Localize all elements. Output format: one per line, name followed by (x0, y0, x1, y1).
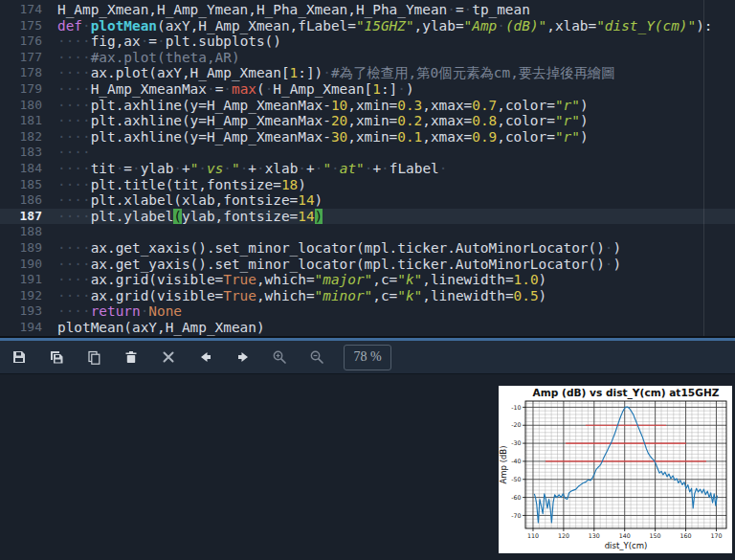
svg-text:Amp (dB) vs dist_Y(cm) at15GHZ: Amp (dB) vs dist_Y(cm) at15GHZ (533, 387, 720, 399)
next-plot-icon (235, 349, 251, 365)
code-line-175[interactable]: 175def·plotMean(axY,H_Amp_Xmean,fLabel="… (0, 18, 735, 34)
code-editor[interactable]: 174H_Amp_Xmean,H_Amp_Ymean,H_Pha_Xmean,H… (0, 0, 735, 336)
zoom-level-display[interactable]: 78 % (344, 345, 391, 370)
svg-text:110: 110 (527, 532, 539, 539)
zoom-in-icon (272, 349, 288, 366)
code-line-192[interactable]: 192····ax.grid(visible=True,which="minor… (0, 288, 735, 304)
code-line-185[interactable]: 185····plt.title(tit,fontsize=18) (0, 177, 735, 193)
plot-figure[interactable]: 110120130140150160170-10-20-30-40-50-60-… (499, 386, 732, 553)
svg-text:120: 120 (558, 532, 569, 539)
svg-text:-30: -30 (511, 439, 521, 446)
next-plot-button[interactable] (224, 344, 261, 370)
svg-text:-10: -10 (511, 404, 521, 411)
zoom-in-button[interactable] (261, 344, 299, 370)
copy-plot-icon (86, 349, 101, 365)
code-line-189[interactable]: 189····ax.get_xaxis().set_minor_locator(… (0, 240, 735, 257)
code-line-177[interactable]: 177····#ax.plot(theta,AR) (0, 50, 735, 66)
line-number: 184 (0, 161, 57, 177)
plots-toolbar: 78 % (0, 341, 735, 374)
svg-text:-50: -50 (511, 476, 521, 482)
code-line-187[interactable]: 187····plt.ylabel(ylab,fontsize=14) (0, 209, 735, 225)
line-number: 187 (0, 209, 57, 225)
code-line-180[interactable]: 180····plt.axhline(y=H_Amp_XmeanMax-10,x… (0, 98, 735, 114)
line-number: 176 (0, 34, 57, 50)
line-number: 174 (0, 2, 57, 18)
code-line-193[interactable]: 193····return·None (0, 303, 735, 320)
svg-text:-20: -20 (511, 421, 521, 428)
code-line-191[interactable]: 191····ax.grid(visible=True,which="major… (0, 272, 735, 288)
remove-all-plots-button[interactable] (149, 344, 187, 370)
code-line-183[interactable]: 183···· (0, 145, 735, 161)
toolbar-buttons (0, 344, 336, 370)
remove-all-plots-icon (161, 349, 176, 365)
edge-guide-line (703, 0, 704, 336)
svg-text:dist_Y(cm): dist_Y(cm) (605, 541, 648, 550)
line-number: 182 (0, 129, 57, 146)
code-line-181[interactable]: 181····plt.axhline(y=H_Amp_XmeanMax-20,x… (0, 113, 735, 129)
line-number: 178 (0, 65, 57, 81)
save-all-plots-button[interactable] (37, 344, 75, 370)
code-line-188[interactable]: 188 (0, 224, 735, 240)
line-number: 188 (0, 224, 57, 240)
code-line-179[interactable]: 179····H_Amp_XmeanMax·=·max(·H_Amp_Xmean… (0, 81, 735, 98)
save-plot-icon (11, 349, 27, 365)
code-line-194[interactable]: 194plotMean(axY,H_Amp_Xmean) (0, 320, 735, 336)
previous-plot-icon (198, 349, 213, 365)
svg-text:130: 130 (589, 532, 600, 539)
line-number: 177 (0, 50, 57, 66)
copy-plot-button[interactable] (75, 344, 112, 370)
spyder-window: 174H_Amp_Xmean,H_Amp_Ymean,H_Pha_Xmean,H… (0, 0, 735, 560)
code-line-186[interactable]: 186····plt.xlabel(xlab,fontsize=14) (0, 192, 735, 209)
line-number: 194 (0, 320, 57, 336)
svg-text:-70: -70 (511, 512, 521, 519)
line-number: 179 (0, 81, 57, 98)
line-number: 192 (0, 288, 57, 304)
svg-text:160: 160 (680, 532, 692, 539)
zoom-out-icon (309, 349, 325, 366)
svg-text:150: 150 (650, 532, 661, 539)
svg-text:170: 170 (710, 532, 722, 539)
save-plot-button[interactable] (0, 344, 37, 370)
line-number: 189 (0, 240, 57, 257)
line-number: 186 (0, 192, 57, 209)
code-line-190[interactable]: 190····ax.get_yaxis().set_minor_locator(… (0, 257, 735, 273)
line-number: 193 (0, 303, 57, 320)
line-number: 180 (0, 98, 57, 114)
line-number: 175 (0, 18, 57, 34)
svg-text:-40: -40 (511, 458, 521, 464)
line-number: 185 (0, 177, 57, 193)
line-number: 183 (0, 145, 57, 161)
code-line-174[interactable]: 174H_Amp_Xmean,H_Amp_Ymean,H_Pha_Xmean,H… (0, 2, 735, 18)
line-number: 191 (0, 272, 57, 288)
svg-text:140: 140 (619, 532, 631, 539)
svg-text:Amp (dB): Amp (dB) (499, 445, 508, 483)
line-number: 190 (0, 257, 57, 273)
code-line-184[interactable]: 184····tit·=·ylab·+"·vs·"·+·xlab·+·"·at"… (0, 161, 735, 177)
save-all-plots-icon (49, 349, 64, 365)
code-line-176[interactable]: 176····fig,ax·=·plt.subplots() (0, 34, 735, 50)
remove-plot-button[interactable] (112, 344, 149, 370)
previous-plot-button[interactable] (187, 344, 224, 370)
code-line-182[interactable]: 182····plt.axhline(y=H_Amp_XmeanMax-30,x… (0, 129, 735, 146)
zoom-level-value: 78 % (353, 349, 381, 365)
amp-vs-dist-chart: 110120130140150160170-10-20-30-40-50-60-… (499, 386, 732, 553)
code-line-178[interactable]: 178····ax.plot(axY,H_Amp_Xmean[1:])·#為了檢… (0, 65, 735, 81)
line-number: 181 (0, 113, 57, 129)
svg-text:-60: -60 (511, 494, 521, 501)
plots-pane: 110120130140150160170-10-20-30-40-50-60-… (0, 374, 735, 560)
zoom-out-button[interactable] (299, 344, 336, 370)
code-lines: 174H_Amp_Xmean,H_Amp_Ymean,H_Pha_Xmean,H… (0, 2, 735, 335)
remove-plot-icon (123, 349, 139, 365)
